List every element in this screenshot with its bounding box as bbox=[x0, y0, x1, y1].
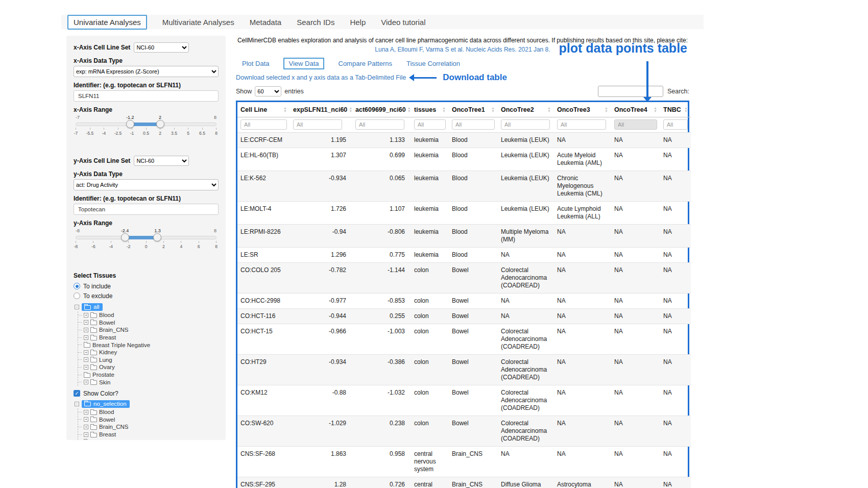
tree-item-lung[interactable]: +Lung bbox=[78, 356, 219, 364]
slider-handle-low[interactable] bbox=[126, 120, 134, 128]
column-filter-tissues[interactable] bbox=[414, 119, 446, 130]
nav-item-search-ids[interactable]: Search IDs bbox=[297, 18, 334, 27]
radio-to-include[interactable]: To include bbox=[74, 282, 219, 290]
y-identifier-input[interactable] bbox=[74, 204, 219, 215]
download-link[interactable]: Download selected x and y axis data as a… bbox=[236, 74, 406, 81]
sort-icon[interactable]: ▲▼ bbox=[407, 106, 411, 113]
column-header-oncotree3[interactable]: OncoTree3▲▼ bbox=[554, 102, 611, 117]
column-filter-act609699-nci60[interactable] bbox=[355, 119, 404, 130]
column-filter-oncotree2[interactable] bbox=[501, 119, 550, 130]
nav-item-multivariate-analyses[interactable]: Multivariate Analyses bbox=[162, 18, 234, 27]
tree-root-all[interactable]: − all bbox=[75, 303, 219, 311]
table-cell: colon bbox=[411, 354, 449, 385]
sort-icon[interactable]: ▲▼ bbox=[442, 106, 446, 113]
expand-icon[interactable]: + bbox=[84, 328, 88, 332]
expand-icon[interactable]: + bbox=[84, 335, 88, 340]
x-data-type-select[interactable]: exp: mRNA Expression (Z-Score) bbox=[74, 66, 219, 77]
slider-handle-high[interactable] bbox=[156, 120, 164, 128]
nav-item-video-tutorial[interactable]: Video tutorial bbox=[381, 18, 425, 27]
column-header-oncotree2[interactable]: OncoTree2▲▼ bbox=[498, 102, 554, 117]
sort-icon[interactable]: ▲▼ bbox=[349, 106, 352, 113]
tree-root-no-selection[interactable]: − no_selection bbox=[75, 400, 219, 408]
radio-to-exclude[interactable]: To exclude bbox=[74, 291, 219, 300]
search-input[interactable] bbox=[598, 86, 663, 97]
column-filter-expslfn11-nci60[interactable] bbox=[293, 119, 342, 130]
expand-icon[interactable]: + bbox=[84, 417, 88, 422]
column-filter-oncotree3[interactable] bbox=[557, 119, 606, 130]
nav-item-univariate-analyses[interactable]: Univariate Analyses bbox=[67, 15, 147, 30]
expand-icon[interactable]: + bbox=[84, 357, 88, 362]
table-cell: central nervous system bbox=[411, 446, 449, 477]
table-cell: Bowel bbox=[449, 324, 498, 354]
column-filter-oncotree1[interactable] bbox=[452, 119, 495, 130]
expand-icon[interactable]: + bbox=[84, 350, 88, 355]
tree-item-brain-cns[interactable]: +Brain_CNS bbox=[78, 326, 219, 334]
tree-item-blood[interactable]: +Blood bbox=[78, 408, 219, 416]
expand-icon[interactable]: + bbox=[84, 365, 88, 370]
tab-compare-patterns[interactable]: Compare Patterns bbox=[339, 60, 393, 67]
slider-tick: 3.5 bbox=[174, 128, 175, 136]
column-header-oncotree1[interactable]: OncoTree1▲▼ bbox=[449, 102, 498, 117]
nav-item-help[interactable]: Help bbox=[350, 18, 366, 27]
expand-icon[interactable]: + bbox=[84, 425, 88, 429]
sort-icon[interactable]: ▲▼ bbox=[605, 106, 608, 113]
entries-select[interactable]: 60 bbox=[255, 86, 281, 96]
tree-connector bbox=[78, 419, 82, 420]
show-color-row[interactable]: ✓ Show Color? bbox=[74, 390, 219, 397]
tree-item-breast[interactable]: +Breast bbox=[78, 334, 219, 341]
slider-tick: 6 bbox=[199, 241, 199, 249]
x-axis-range-slider[interactable]: -7 8 -1.2 2 -7-5.5-4-2.5-10.523.556.58 bbox=[76, 115, 216, 138]
tab-tissue-correlation[interactable]: Tissue Correlation bbox=[406, 60, 460, 67]
sort-icon[interactable]: ▲▼ bbox=[684, 106, 688, 113]
tree-item-breast[interactable]: +Breast bbox=[78, 431, 219, 438]
column-filter-tnbc[interactable] bbox=[663, 119, 688, 130]
expand-icon[interactable]: + bbox=[84, 380, 88, 384]
table-cell: Bowel bbox=[449, 262, 498, 293]
collapse-icon[interactable]: − bbox=[75, 402, 79, 406]
tree-item-brain-cns[interactable]: +Brain_CNS bbox=[78, 423, 219, 431]
column-filter-oncotree4[interactable] bbox=[614, 119, 657, 130]
tree-item-bowel[interactable]: +Bowel bbox=[78, 319, 219, 327]
tree-item-bowel[interactable]: +Bowel bbox=[78, 416, 219, 424]
radio-icon[interactable] bbox=[74, 292, 80, 299]
checkbox-checked-icon[interactable]: ✓ bbox=[74, 390, 80, 397]
radio-icon[interactable] bbox=[74, 283, 80, 289]
tab-plot-data[interactable]: Plot Data bbox=[242, 60, 269, 67]
expand-icon[interactable]: + bbox=[84, 320, 88, 325]
tree-item-breast-triple-negative[interactable]: Breast Triple Negative bbox=[78, 341, 219, 349]
expand-icon[interactable]: + bbox=[84, 410, 88, 414]
y-cell-line-set-select[interactable]: NCI-60 bbox=[134, 156, 189, 166]
nav-item-metadata[interactable]: Metadata bbox=[250, 18, 282, 27]
tree-item-kidney[interactable]: +Kidney bbox=[78, 349, 219, 356]
slider-selected-range[interactable] bbox=[125, 236, 158, 239]
table-cell: Acute Lymphoid Leukemia (ALL) bbox=[554, 201, 611, 224]
tree-item-breast-triple-negative[interactable]: Breast Triple Negative bbox=[78, 438, 219, 440]
column-header-cell-line[interactable]: Cell Line▲▼ bbox=[237, 102, 290, 117]
column-header-tissues[interactable]: tissues▲▼ bbox=[411, 102, 449, 117]
expand-icon[interactable]: + bbox=[84, 432, 88, 437]
x-cell-line-set-select[interactable]: NCI-60 bbox=[134, 42, 189, 53]
column-header-oncotree4[interactable]: OncoTree4▲▼ bbox=[611, 102, 660, 117]
collapse-icon[interactable]: − bbox=[75, 305, 79, 309]
column-filter-cell-line[interactable] bbox=[240, 119, 287, 130]
tree-item-prostate[interactable]: Prostate bbox=[78, 371, 219, 379]
y-data-type-select[interactable]: act: Drug Activity bbox=[74, 179, 219, 190]
tree-item-skin[interactable]: +Skin bbox=[78, 378, 219, 386]
column-header-act609699-nci60[interactable]: act609699_nci60▲▼ bbox=[352, 102, 411, 117]
tree-item-blood[interactable]: +Blood bbox=[78, 311, 219, 319]
sort-icon[interactable]: ▲▼ bbox=[491, 106, 495, 113]
x-identifier-input[interactable] bbox=[74, 90, 219, 102]
slider-handle-high[interactable] bbox=[153, 233, 161, 241]
y-axis-range-slider[interactable]: -8 8 -2.4 1.3 -8-6-4-202468 bbox=[76, 228, 216, 252]
tab-view-data[interactable]: View Data bbox=[283, 58, 324, 69]
sort-icon[interactable]: ▲▼ bbox=[654, 106, 657, 113]
top-navbar: Univariate AnalysesMultivariate Analyses… bbox=[61, 15, 704, 29]
expand-icon[interactable]: + bbox=[84, 313, 88, 318]
tree-item-ovary[interactable]: +Ovary bbox=[78, 363, 219, 371]
column-header-expslfn11-nci60[interactable]: expSLFN11_nci60▲▼ bbox=[290, 102, 352, 117]
slider-handle-low[interactable] bbox=[121, 233, 129, 241]
column-header-tnbc[interactable]: TNBC▲▼ bbox=[660, 102, 691, 117]
sort-icon[interactable]: ▲▼ bbox=[283, 106, 287, 113]
sort-icon[interactable]: ▲▼ bbox=[547, 106, 551, 113]
folder-icon bbox=[84, 373, 90, 378]
